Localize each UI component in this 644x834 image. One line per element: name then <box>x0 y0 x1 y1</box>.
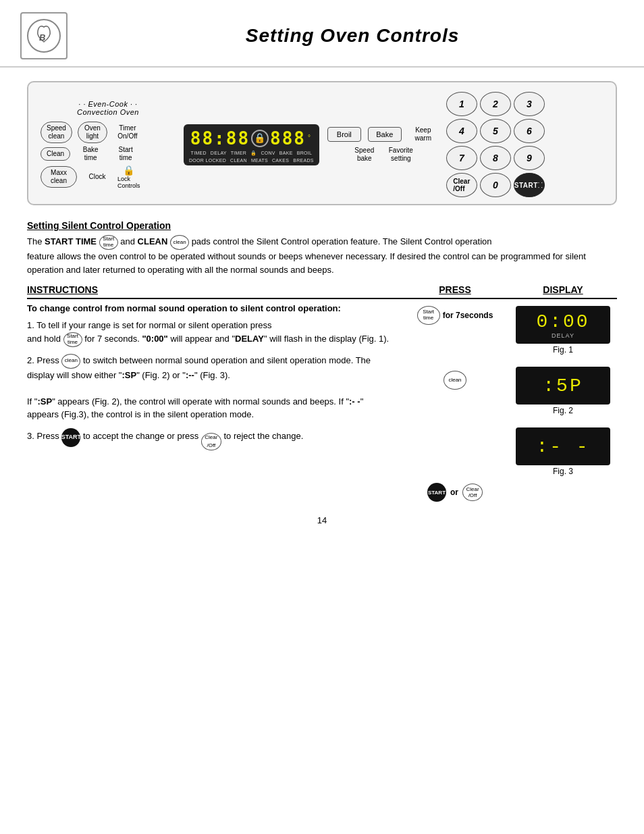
col-press: PRESS <box>401 284 509 295</box>
figure-3-caption: Fig. 3 <box>553 467 573 476</box>
figure-2-container: :5P Fig. 2 <box>516 367 610 425</box>
press-or-label: or <box>450 488 458 497</box>
press-start-icon: START <box>427 483 446 502</box>
instructions-body: To change control from normal sound oper… <box>27 303 617 502</box>
keep-warm-btn[interactable]: Keepwarm <box>408 126 438 142</box>
press-clean-icon: clean <box>444 371 466 390</box>
num-7-btn[interactable]: 7 <box>446 146 477 170</box>
display-digits: 88:88 🔒 888 ° <box>190 128 313 149</box>
oven-panel-wrapper: · · Even-Cook · · Convection Oven Speedc… <box>0 74 644 212</box>
panel-display: 88:88 🔒 888 ° TIMED DELAY TIMER 🔒 CONV B… <box>184 124 319 165</box>
figure-1-display: 0:00 DELAY <box>516 306 610 344</box>
speed-clean-btn[interactable]: Speedclean <box>41 122 72 143</box>
step-3: 3. Press START to accept the change or p… <box>27 428 393 450</box>
display-labels: TIMED DELAY TIMER 🔒 CONV BAKE BROIL <box>191 151 313 156</box>
col-instructions: INSTRUCTIONS <box>27 284 401 295</box>
main-content: Setting Silent Control Operation The STA… <box>0 217 644 532</box>
figure-2-caption: Fig. 2 <box>553 406 573 415</box>
num-6-btn[interactable]: 6 <box>514 119 545 143</box>
press-clear-icon: Clear/Off <box>462 484 483 501</box>
figure-3-display: :- - <box>516 427 610 465</box>
press-starttime-icon: Starttime <box>417 306 440 325</box>
num-2-btn[interactable]: 2 <box>480 92 511 116</box>
display-column: 0:00 DELAY Fig. 1 :5P Fig. 2 :- - Fig. 3 <box>509 303 617 502</box>
bake-time-btn[interactable]: Baketime <box>76 146 105 162</box>
figure-1-caption: Fig. 1 <box>553 345 573 355</box>
maxx-clean-btn[interactable]: Maxxclean <box>41 166 77 188</box>
num-9-btn[interactable]: 9 <box>514 146 545 170</box>
favorite-setting-btn[interactable]: Favoritesetting <box>386 147 416 163</box>
timer-onoff-btn[interactable]: TimerOn/Off <box>113 124 142 140</box>
middle-row-1: Broil Bake Keepwarm <box>327 126 438 142</box>
bake-btn[interactable]: Bake <box>368 127 402 142</box>
lock-controls-btn[interactable]: 🔒 LockControls <box>117 165 140 189</box>
middle-row-2: Speedbake Favoritesetting <box>327 147 438 163</box>
figure-2-digits: :5P <box>543 375 583 396</box>
start-time-btn[interactable]: Starttime <box>111 146 140 162</box>
start-btn[interactable]: START· · · · <box>514 173 545 197</box>
page-header: B Setting Oven Controls <box>0 0 644 68</box>
clear-off-btn[interactable]: Clear/Off <box>446 173 477 197</box>
clean-step2-icon: clean <box>61 354 80 369</box>
clear-step3-icon: Clear/Off <box>201 433 221 450</box>
display-labels-2: DOOR LOCKED CLEAN MEATS CAKES BREADS <box>189 158 314 163</box>
oven-light-btn[interactable]: Ovenlight <box>78 122 107 143</box>
figure-3-digits: :- - <box>536 436 589 457</box>
figure-1-digits: 0:00 <box>536 311 589 332</box>
page-title: Setting Oven Controls <box>81 25 624 47</box>
col-display: DISPLAY <box>509 284 617 295</box>
press-step-3: START or Clear/Off <box>427 483 483 502</box>
press-column: Starttime for 7seconds clean START or Cl… <box>401 303 509 502</box>
panel-middle-buttons: Broil Bake Keepwarm Speedbake Favoritese… <box>327 126 438 163</box>
instructions-header: INSTRUCTIONS PRESS DISPLAY <box>27 284 617 299</box>
speed-bake-btn[interactable]: Speedbake <box>350 147 379 163</box>
num-8-btn[interactable]: 8 <box>480 146 511 170</box>
clean-inline-icon: clean <box>170 235 189 250</box>
start-time-step1-icon: Starttime <box>63 332 82 347</box>
panel-row-2: Clean Baketime Starttime <box>41 146 176 162</box>
figure-2-display: :5P <box>516 367 610 405</box>
start-step3-icon: START <box>61 428 80 447</box>
panel-row-1: Speedclean Ovenlight TimerOn/Off <box>41 122 176 143</box>
logo: B <box>20 12 68 59</box>
step-2: 2. Press clean to switch between normal … <box>27 354 393 421</box>
intro-paragraph: The START TIME Starttime and CLEAN clean… <box>27 235 617 276</box>
num-0-btn[interactable]: 0 <box>480 173 511 197</box>
step-1: 1. To tell if your range is set for norm… <box>27 319 393 347</box>
svg-text:B: B <box>39 32 45 43</box>
numpad: 1 2 3 4 5 6 7 8 9 Clear/Off 0 START· · ·… <box>446 92 545 197</box>
panel-left-controls: · · Even-Cook · · Convection Oven Speedc… <box>41 100 176 189</box>
num-4-btn[interactable]: 4 <box>446 119 477 143</box>
start-time-inline-icon: Starttime <box>99 235 118 250</box>
display-icon: 🔒 <box>251 130 269 147</box>
figure-1-container: 0:00 DELAY Fig. 1 <box>516 306 610 364</box>
broil-btn[interactable]: Broil <box>327 127 361 142</box>
section-title: Setting Silent Control Operation <box>27 220 617 231</box>
press-step-1: Starttime for 7seconds <box>417 306 493 325</box>
press-step-2: clean <box>444 371 466 390</box>
change-title: To change control from normal sound oper… <box>27 303 393 313</box>
clock-btn[interactable]: Clock <box>82 173 112 181</box>
figure-1-sublabel: DELAY <box>552 332 574 339</box>
logo-icon: B <box>26 18 62 54</box>
panel-title: · · Even-Cook · · Convection Oven <box>41 100 176 116</box>
num-3-btn[interactable]: 3 <box>514 92 545 116</box>
panel-row-3: Maxxclean Clock 🔒 LockControls <box>41 165 176 189</box>
figure-3-container: :- - Fig. 3 <box>516 427 610 486</box>
page-number: 14 <box>27 515 617 525</box>
oven-panel: · · Even-Cook · · Convection Oven Speedc… <box>27 81 617 205</box>
instructions-left: To change control from normal sound oper… <box>27 303 401 502</box>
press-7sec-label: for 7seconds <box>443 311 493 320</box>
num-5-btn[interactable]: 5 <box>480 119 511 143</box>
clean-btn[interactable]: Clean <box>41 147 70 161</box>
num-1-btn[interactable]: 1 <box>446 92 477 116</box>
